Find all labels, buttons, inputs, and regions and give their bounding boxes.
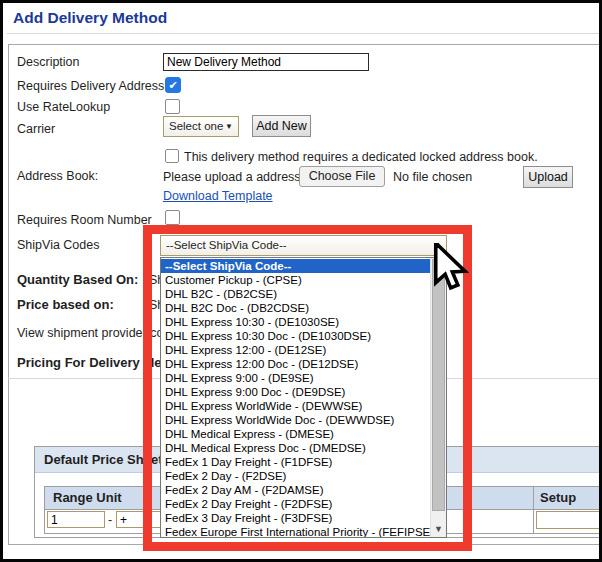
setup-price-input[interactable] bbox=[536, 511, 602, 529]
use-ratelookup-label: Use RateLookup bbox=[17, 100, 110, 114]
upload-button[interactable]: Upload bbox=[523, 166, 573, 188]
title-divider bbox=[7, 33, 599, 34]
locked-address-book-checkbox[interactable] bbox=[165, 149, 179, 163]
no-file-chosen-text: No file chosen bbox=[393, 170, 472, 184]
carrier-label: Carrier bbox=[17, 122, 55, 136]
carrier-select-value: Select one bbox=[169, 120, 223, 132]
requires-delivery-address-label: Requires Delivery Address bbox=[17, 79, 164, 93]
add-new-carrier-button[interactable]: Add New bbox=[252, 115, 311, 137]
column-divider bbox=[533, 509, 534, 533]
range-unit-column-header: Range Unit bbox=[53, 487, 122, 509]
quantity-based-on-label: Quantity Based On: bbox=[17, 272, 138, 287]
range-separator: - bbox=[108, 513, 112, 527]
shipvia-codes-label: ShipVia Codes bbox=[17, 238, 99, 252]
download-template-link[interactable]: Download Template bbox=[163, 189, 273, 203]
red-highlight-rectangle bbox=[143, 225, 472, 551]
requires-delivery-address-checkbox[interactable]: ✔ bbox=[165, 77, 181, 93]
address-book-label: Address Book: bbox=[17, 169, 98, 183]
locked-address-book-text: This delivery method requires a dedicate… bbox=[184, 150, 538, 164]
requires-room-number-checkbox[interactable] bbox=[165, 210, 180, 225]
description-label: Description bbox=[17, 55, 80, 69]
description-input[interactable] bbox=[163, 53, 369, 71]
chevron-down-icon: ▼ bbox=[225, 117, 233, 136]
requires-room-number-label: Requires Room Number bbox=[17, 213, 152, 227]
choose-file-button[interactable]: Choose File bbox=[299, 166, 385, 187]
range-start-input[interactable] bbox=[47, 511, 105, 528]
page-title: Add Delivery Method bbox=[13, 9, 167, 27]
carrier-select[interactable]: Select one ▼ bbox=[163, 116, 239, 137]
add-delivery-method-window: Add Delivery Method Description Requires… bbox=[0, 0, 602, 562]
mouse-cursor-icon bbox=[432, 243, 472, 295]
price-based-on-label: Price based on: bbox=[17, 297, 114, 312]
column-divider bbox=[533, 487, 534, 509]
use-ratelookup-checkbox[interactable] bbox=[165, 99, 180, 114]
